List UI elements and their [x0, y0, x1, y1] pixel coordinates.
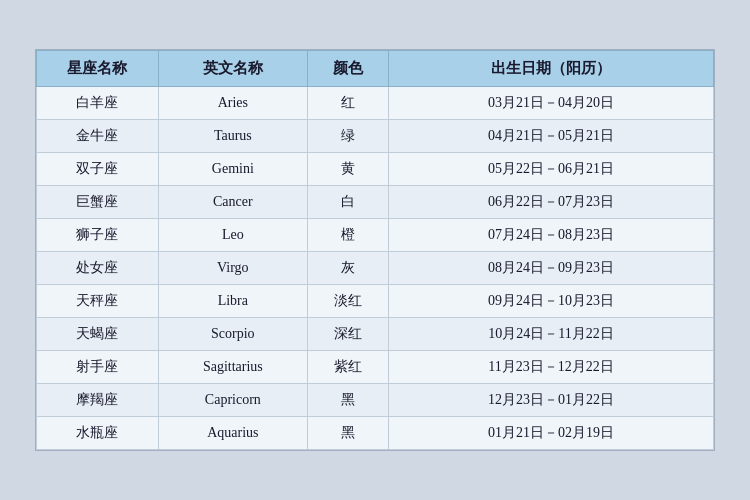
table-header-row: 星座名称 英文名称 颜色 出生日期（阳历）: [37, 51, 714, 87]
cell-english: Aquarius: [158, 417, 307, 450]
header-english: 英文名称: [158, 51, 307, 87]
cell-date: 04月21日－05月21日: [389, 120, 714, 153]
cell-color: 绿: [307, 120, 388, 153]
cell-color: 黄: [307, 153, 388, 186]
table-row: 摩羯座Capricorn黑12月23日－01月22日: [37, 384, 714, 417]
cell-english: Virgo: [158, 252, 307, 285]
header-date: 出生日期（阳历）: [389, 51, 714, 87]
cell-color: 深红: [307, 318, 388, 351]
cell-chinese: 摩羯座: [37, 384, 159, 417]
cell-chinese: 天秤座: [37, 285, 159, 318]
cell-chinese: 金牛座: [37, 120, 159, 153]
cell-english: Taurus: [158, 120, 307, 153]
table-row: 射手座Sagittarius紫红11月23日－12月22日: [37, 351, 714, 384]
cell-color: 灰: [307, 252, 388, 285]
cell-color: 橙: [307, 219, 388, 252]
table-row: 天蝎座Scorpio深红10月24日－11月22日: [37, 318, 714, 351]
zodiac-table-container: 星座名称 英文名称 颜色 出生日期（阳历） 白羊座Aries红03月21日－04…: [35, 49, 715, 451]
cell-color: 黑: [307, 417, 388, 450]
cell-chinese: 处女座: [37, 252, 159, 285]
cell-chinese: 巨蟹座: [37, 186, 159, 219]
table-row: 双子座Gemini黄05月22日－06月21日: [37, 153, 714, 186]
cell-english: Leo: [158, 219, 307, 252]
cell-chinese: 射手座: [37, 351, 159, 384]
cell-english: Cancer: [158, 186, 307, 219]
table-row: 金牛座Taurus绿04月21日－05月21日: [37, 120, 714, 153]
cell-date: 12月23日－01月22日: [389, 384, 714, 417]
table-row: 巨蟹座Cancer白06月22日－07月23日: [37, 186, 714, 219]
cell-date: 01月21日－02月19日: [389, 417, 714, 450]
cell-color: 白: [307, 186, 388, 219]
cell-chinese: 双子座: [37, 153, 159, 186]
cell-date: 07月24日－08月23日: [389, 219, 714, 252]
table-body: 白羊座Aries红03月21日－04月20日金牛座Taurus绿04月21日－0…: [37, 87, 714, 450]
table-row: 处女座Virgo灰08月24日－09月23日: [37, 252, 714, 285]
table-row: 白羊座Aries红03月21日－04月20日: [37, 87, 714, 120]
header-chinese: 星座名称: [37, 51, 159, 87]
cell-english: Gemini: [158, 153, 307, 186]
cell-date: 05月22日－06月21日: [389, 153, 714, 186]
table-row: 狮子座Leo橙07月24日－08月23日: [37, 219, 714, 252]
cell-date: 11月23日－12月22日: [389, 351, 714, 384]
cell-english: Sagittarius: [158, 351, 307, 384]
table-row: 水瓶座Aquarius黑01月21日－02月19日: [37, 417, 714, 450]
cell-date: 10月24日－11月22日: [389, 318, 714, 351]
header-color: 颜色: [307, 51, 388, 87]
cell-english: Aries: [158, 87, 307, 120]
cell-date: 09月24日－10月23日: [389, 285, 714, 318]
cell-date: 06月22日－07月23日: [389, 186, 714, 219]
cell-chinese: 狮子座: [37, 219, 159, 252]
cell-chinese: 白羊座: [37, 87, 159, 120]
cell-date: 03月21日－04月20日: [389, 87, 714, 120]
cell-english: Scorpio: [158, 318, 307, 351]
cell-color: 淡红: [307, 285, 388, 318]
cell-chinese: 水瓶座: [37, 417, 159, 450]
zodiac-table: 星座名称 英文名称 颜色 出生日期（阳历） 白羊座Aries红03月21日－04…: [36, 50, 714, 450]
cell-english: Capricorn: [158, 384, 307, 417]
cell-english: Libra: [158, 285, 307, 318]
cell-chinese: 天蝎座: [37, 318, 159, 351]
cell-date: 08月24日－09月23日: [389, 252, 714, 285]
table-row: 天秤座Libra淡红09月24日－10月23日: [37, 285, 714, 318]
cell-color: 黑: [307, 384, 388, 417]
cell-color: 红: [307, 87, 388, 120]
cell-color: 紫红: [307, 351, 388, 384]
